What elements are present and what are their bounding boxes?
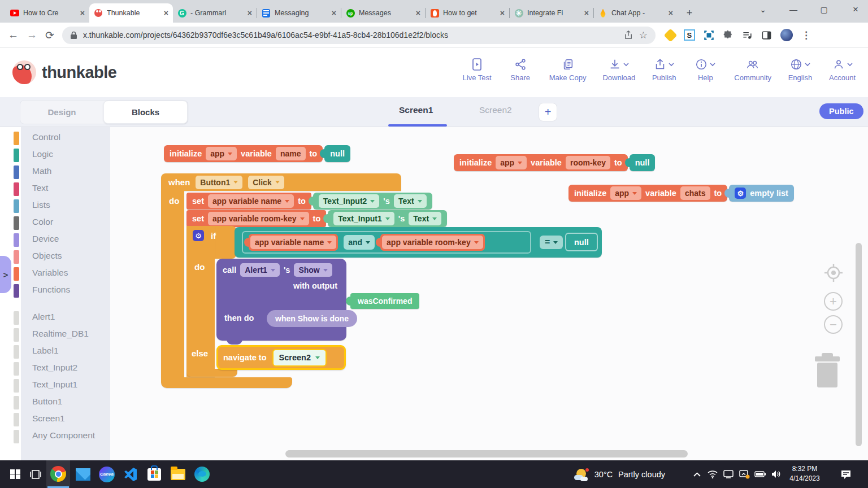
- notification-center-icon[interactable]: [836, 460, 856, 488]
- component-dropdown[interactable]: Button1: [196, 176, 242, 189]
- browser-tab[interactable]: Chat App - ×: [594, 3, 678, 23]
- browser-tab[interactable]: How to get ×: [426, 3, 509, 23]
- vscode-taskbar-button[interactable]: [119, 460, 142, 488]
- side-panel-icon[interactable]: [761, 30, 772, 41]
- block-empty-list[interactable]: ⚙ empty list: [729, 185, 794, 202]
- scope-dropdown[interactable]: app: [610, 186, 641, 200]
- puzzle-extension-icon[interactable]: [723, 30, 734, 41]
- battery-icon[interactable]: [753, 460, 767, 488]
- omnibox[interactable]: x.thunkable.com/projects/64362b9370df6e3…: [62, 27, 656, 44]
- palette-component-realtime-db1[interactable]: Realtime_DB1: [32, 329, 89, 339]
- browser-tab[interactable]: up Messages ×: [341, 3, 425, 23]
- compare-operator-dropdown[interactable]: =: [540, 236, 563, 249]
- edge-taskbar-button[interactable]: [190, 460, 214, 488]
- palette-category-color[interactable]: Color: [32, 217, 53, 227]
- browser-tab[interactable]: ✳ Integrate Fi ×: [510, 3, 593, 23]
- block-null[interactable]: null: [630, 154, 656, 171]
- store-taskbar-button[interactable]: [142, 460, 166, 488]
- highlighter-extension-icon[interactable]: [663, 28, 677, 42]
- help-button[interactable]: Help: [693, 58, 718, 82]
- cast-icon[interactable]: [721, 460, 736, 488]
- screen-dropdown[interactable]: Screen2: [272, 349, 327, 367]
- trash-button[interactable]: [811, 352, 843, 391]
- palette-component-text-input1[interactable]: Text_Input1: [32, 380, 77, 390]
- browser-tab[interactable]: Messaging ×: [257, 3, 341, 23]
- close-icon[interactable]: ×: [332, 8, 336, 18]
- bookmark-star-icon[interactable]: ☆: [639, 29, 648, 41]
- palette-category-text[interactable]: Text: [32, 183, 48, 193]
- close-icon[interactable]: ×: [164, 8, 168, 18]
- s-extension-icon[interactable]: S: [684, 29, 695, 41]
- close-icon[interactable]: ×: [416, 8, 420, 18]
- close-icon[interactable]: ×: [584, 8, 589, 18]
- mail-taskbar-button[interactable]: [71, 460, 95, 488]
- palette-category-variables[interactable]: Variables: [32, 268, 68, 278]
- close-icon[interactable]: ×: [248, 8, 252, 18]
- block-null[interactable]: null: [324, 145, 350, 162]
- property-dropdown[interactable]: Text: [409, 212, 441, 225]
- variable-name-field[interactable]: name: [276, 147, 306, 160]
- language-button[interactable]: English: [788, 58, 813, 82]
- make-copy-button[interactable]: Make Copy: [549, 58, 587, 82]
- palette-category-functions[interactable]: Functions: [32, 285, 70, 295]
- zoom-in-button[interactable]: +: [824, 292, 843, 311]
- palette-component-button1[interactable]: Button1: [32, 396, 62, 407]
- tab-search-chevron-icon[interactable]: ⌄: [750, 0, 775, 19]
- palette-component-text-input2[interactable]: Text_Input2: [32, 363, 77, 373]
- scope-dropdown[interactable]: app: [496, 156, 527, 169]
- gear-icon[interactable]: ⚙: [735, 188, 746, 199]
- download-button[interactable]: Download: [602, 58, 635, 82]
- temperature-text[interactable]: 30°C: [591, 460, 616, 488]
- event-dropdown[interactable]: Click: [248, 176, 284, 189]
- close-window-button[interactable]: ×: [843, 0, 868, 19]
- variable-dropdown[interactable]: app variable name: [250, 236, 336, 249]
- visibility-badge[interactable]: Public: [819, 103, 863, 119]
- component-dropdown[interactable]: Text_Input1: [333, 212, 394, 225]
- new-tab-button[interactable]: +: [682, 6, 697, 20]
- property-dropdown[interactable]: Text: [394, 194, 427, 208]
- file-explorer-taskbar-button[interactable]: [166, 460, 190, 488]
- maximize-button[interactable]: ▢: [811, 0, 836, 19]
- weather-icon[interactable]: [572, 460, 591, 488]
- add-screen-button[interactable]: +: [539, 103, 557, 121]
- block-initialize-name[interactable]: initialize app variable name to null: [164, 145, 350, 162]
- weather-text[interactable]: Partly cloudy: [618, 460, 675, 488]
- task-view-button[interactable]: [24, 460, 47, 488]
- variable-name-field[interactable]: chats: [680, 186, 710, 200]
- block-set-name[interactable]: set app variable name to Text_Input2 's …: [186, 193, 432, 210]
- palette-category-objects[interactable]: Objects: [32, 251, 62, 261]
- forward-icon[interactable]: →: [27, 29, 37, 41]
- palette-category-device[interactable]: Device: [32, 234, 59, 244]
- profile-avatar[interactable]: [780, 29, 793, 41]
- block-text-input2-text[interactable]: Text_Input2 's Text: [313, 193, 432, 210]
- speaker-icon[interactable]: [769, 460, 783, 488]
- palette-category-lists[interactable]: Lists: [32, 200, 50, 210]
- block-was-confirmed[interactable]: wasConfirmed: [350, 293, 419, 309]
- palette-component-any-component[interactable]: Any Component: [32, 430, 95, 441]
- variable-name-field[interactable]: room-key: [566, 156, 610, 169]
- block-call-alert-show[interactable]: call Alert1 's Show with output then do …: [216, 259, 346, 341]
- tab-blocks[interactable]: Blocks: [103, 101, 188, 124]
- share-button[interactable]: Share: [508, 58, 533, 82]
- callback-pill[interactable]: when Show is done: [267, 310, 357, 327]
- tab-design[interactable]: Design: [20, 101, 103, 124]
- minimize-button[interactable]: —: [781, 0, 806, 19]
- block-and-condition[interactable]: app variable name and app variable room-…: [235, 227, 602, 258]
- mutator-gear-icon[interactable]: ⚙: [193, 230, 204, 241]
- block-set-room-key[interactable]: set app variable room-key to Text_Input1…: [186, 210, 447, 227]
- clock[interactable]: 8:32 PM 4/14/2023: [787, 464, 822, 483]
- variable-dropdown[interactable]: app variable room-key: [382, 236, 483, 249]
- tray-chevron-icon[interactable]: [689, 460, 704, 488]
- palette-component-label1[interactable]: Label1: [32, 346, 59, 356]
- live-test-button[interactable]: Live Test: [463, 58, 492, 82]
- block-when-event-header[interactable]: when Button1 Click: [161, 173, 401, 191]
- browser-tab[interactable]: How to Cre ×: [6, 3, 89, 23]
- variable-dropdown[interactable]: app variable name: [208, 194, 294, 208]
- account-button[interactable]: Account: [829, 58, 856, 82]
- component-dropdown[interactable]: Alert1: [240, 263, 280, 277]
- block-navigate-to-screen2[interactable]: navigate to Screen2: [216, 345, 346, 370]
- playlist-icon[interactable]: [742, 30, 753, 41]
- zoom-out-button[interactable]: −: [824, 315, 843, 334]
- canva-taskbar-button[interactable]: Canva: [95, 460, 119, 488]
- close-icon[interactable]: ×: [669, 8, 673, 18]
